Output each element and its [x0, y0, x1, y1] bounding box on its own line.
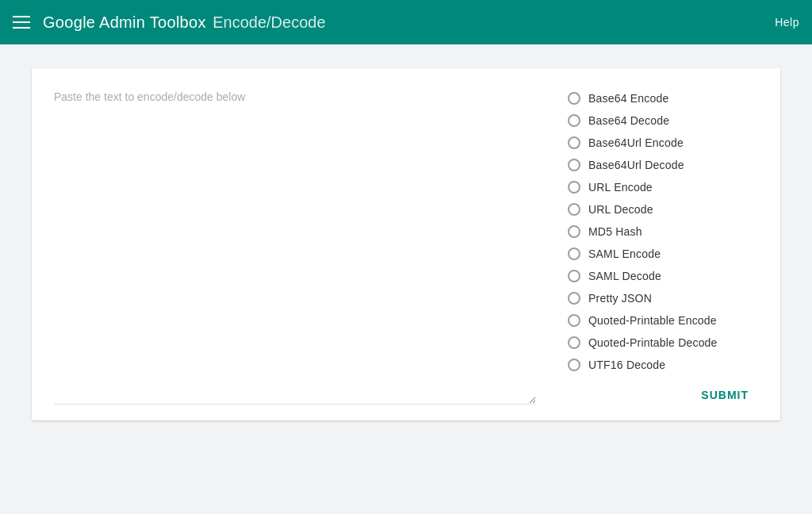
header-titles: Google Admin Toolbox Encode/Decode: [43, 13, 326, 32]
radio-base64url-decode[interactable]: [568, 159, 580, 171]
option-label-base64-decode: Base64 Decode: [588, 114, 669, 127]
radio-base64-encode[interactable]: [568, 92, 580, 105]
option-item-quoted-printable-encode[interactable]: Quoted-Printable Encode: [568, 309, 758, 332]
radio-base64-decode[interactable]: [568, 114, 580, 127]
option-item-base64url-encode[interactable]: Base64Url Encode: [568, 132, 758, 154]
radio-utf16-decode[interactable]: [568, 359, 580, 371]
section-title: Encode/Decode: [213, 13, 325, 31]
radio-md5-hash[interactable]: [568, 225, 580, 238]
option-label-quoted-printable-encode: Quoted-Printable Encode: [588, 314, 717, 327]
app-title: Google Admin Toolbox: [43, 13, 206, 31]
radio-quoted-printable-encode[interactable]: [568, 314, 580, 327]
app-header: Google Admin Toolbox Encode/Decode Help: [0, 0, 812, 44]
option-item-base64url-decode[interactable]: Base64Url Decode: [568, 154, 758, 176]
option-label-url-decode: URL Decode: [588, 203, 653, 216]
right-panel: Base64 EncodeBase64 DecodeBase64Url Enco…: [568, 87, 758, 405]
options-list: Base64 EncodeBase64 DecodeBase64Url Enco…: [568, 87, 758, 376]
submit-button[interactable]: SUBMIT: [695, 386, 755, 405]
option-item-base64-encode[interactable]: Base64 Encode: [568, 87, 758, 109]
option-label-md5-hash: MD5 Hash: [588, 225, 642, 238]
main-content: Base64 EncodeBase64 DecodeBase64Url Enco…: [0, 44, 812, 444]
left-panel: [54, 87, 536, 405]
encode-decode-card: Base64 EncodeBase64 DecodeBase64Url Enco…: [32, 68, 780, 420]
option-label-utf16-decode: UTF16 Decode: [588, 359, 665, 371]
header-left: Google Admin Toolbox Encode/Decode: [13, 13, 326, 32]
option-label-base64url-decode: Base64Url Decode: [588, 159, 684, 171]
option-label-base64-encode: Base64 Encode: [588, 92, 668, 105]
menu-icon[interactable]: [13, 16, 30, 29]
radio-quoted-printable-decode[interactable]: [568, 336, 580, 349]
option-item-saml-decode[interactable]: SAML Decode: [568, 265, 758, 287]
radio-url-encode[interactable]: [568, 181, 580, 194]
option-item-utf16-decode[interactable]: UTF16 Decode: [568, 354, 758, 376]
radio-saml-decode[interactable]: [568, 270, 580, 282]
option-label-url-encode: URL Encode: [588, 181, 653, 194]
option-label-saml-encode: SAML Encode: [588, 247, 661, 260]
option-item-base64-decode[interactable]: Base64 Decode: [568, 109, 758, 132]
radio-pretty-json[interactable]: [568, 292, 580, 305]
radio-url-decode[interactable]: [568, 203, 580, 216]
submit-row: SUBMIT: [568, 386, 758, 405]
radio-saml-encode[interactable]: [568, 247, 580, 260]
radio-base64url-encode[interactable]: [568, 136, 580, 149]
option-item-saml-encode[interactable]: SAML Encode: [568, 243, 758, 265]
option-label-saml-decode: SAML Decode: [588, 270, 661, 282]
option-item-quoted-printable-decode[interactable]: Quoted-Printable Decode: [568, 332, 758, 354]
option-item-url-encode[interactable]: URL Encode: [568, 176, 758, 198]
option-item-md5-hash[interactable]: MD5 Hash: [568, 221, 758, 243]
option-label-pretty-json: Pretty JSON: [588, 292, 652, 305]
option-item-url-decode[interactable]: URL Decode: [568, 198, 758, 221]
option-label-quoted-printable-decode: Quoted-Printable Decode: [588, 336, 718, 349]
text-input[interactable]: [54, 87, 536, 405]
help-link[interactable]: Help: [775, 16, 799, 29]
option-item-pretty-json[interactable]: Pretty JSON: [568, 287, 758, 309]
option-label-base64url-encode: Base64Url Encode: [588, 136, 684, 149]
